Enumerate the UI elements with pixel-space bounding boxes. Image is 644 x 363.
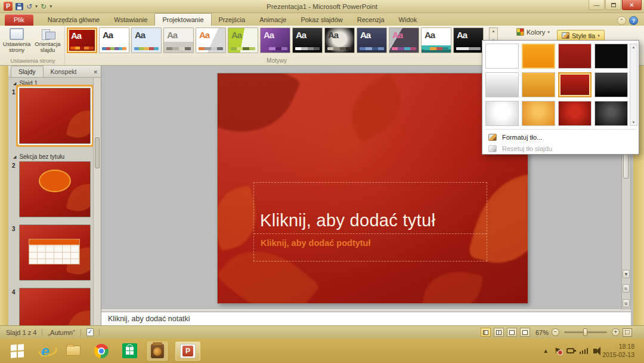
slides-panel-tabs: Slajdy Konspekt ✕: [8, 66, 101, 78]
theme-thumb[interactable]: Aa: [453, 27, 484, 53]
next-slide-icon[interactable]: «: [623, 299, 630, 307]
slides-panel-scrollbar[interactable]: [93, 78, 101, 325]
theme-thumb[interactable]: Aa: [99, 27, 129, 53]
tab-file[interactable]: Plik: [5, 14, 33, 26]
taskbar-chrome[interactable]: [91, 342, 112, 361]
titlebar: P ↺ ▾ ↻ ▾ Prezentacja1 - Microsoft Power…: [0, 0, 644, 13]
slide-thumbnail-2[interactable]: 2: [8, 161, 101, 217]
scroll-down-icon[interactable]: ▼: [623, 270, 630, 278]
theme-thumb-autumn-selected[interactable]: Aa: [67, 27, 97, 53]
format-background-menu-item[interactable]: Formatuj tło...: [484, 131, 637, 143]
powerpoint-app-icon[interactable]: P: [4, 2, 13, 11]
taskbar-recorder[interactable]: [147, 342, 168, 361]
tab-home[interactable]: Narzędzia główne: [41, 14, 107, 26]
bg-style-swatch-2-hover[interactable]: [522, 44, 555, 69]
fit-to-window-button[interactable]: [623, 328, 632, 337]
theme-thumb[interactable]: Aa: [228, 27, 258, 53]
zoom-slider[interactable]: [564, 331, 607, 333]
tab-slides[interactable]: Slajdy: [11, 66, 44, 77]
qat-customize-icon[interactable]: ▾: [49, 4, 52, 9]
bg-style-swatch-1[interactable]: [485, 44, 519, 69]
tab-insert[interactable]: Wstawianie: [107, 14, 154, 26]
slide-thumbnail-1[interactable]: 1: [8, 88, 101, 144]
bg-style-swatch-9[interactable]: [485, 101, 519, 126]
start-button[interactable]: [7, 342, 27, 361]
theme-thumb[interactable]: Aa: [324, 27, 355, 53]
tab-outline[interactable]: Konspekt: [44, 66, 84, 77]
bg-style-swatch-7-selected[interactable]: [558, 72, 592, 97]
theme-thumb[interactable]: Aa: [421, 27, 451, 53]
bg-style-swatch-11[interactable]: [558, 101, 592, 126]
page-setup-button[interactable]: Ustawienia strony: [1, 28, 32, 54]
redo-icon[interactable]: ↻: [41, 3, 47, 10]
tab-design[interactable]: Projektowanie: [154, 13, 211, 26]
action-center-flag-icon[interactable]: ⚑: [554, 346, 561, 355]
theme-thumb[interactable]: Aa: [131, 27, 162, 53]
reset-background-menu-item-disabled[interactable]: Resetuj tło slajdu: [484, 143, 637, 154]
close-panel-icon[interactable]: ✕: [93, 69, 98, 75]
slideshow-view-button[interactable]: [520, 328, 530, 337]
minimize-button[interactable]: —: [589, 0, 605, 10]
tab-transitions[interactable]: Przejścia: [212, 14, 253, 26]
subtitle-placeholder[interactable]: Kliknij, aby dodać podtytuł: [254, 235, 487, 261]
theme-colors-button[interactable]: Kolory ▾: [516, 28, 550, 36]
help-icon[interactable]: ?: [629, 16, 638, 25]
slide-3-image: [19, 224, 91, 281]
bg-style-swatch-3[interactable]: [558, 44, 592, 69]
slide-thumbnail-4[interactable]: 4: [8, 288, 101, 325]
volume-icon[interactable]: [593, 349, 597, 353]
normal-view-button[interactable]: [481, 328, 491, 337]
network-icon[interactable]: [580, 348, 589, 354]
maximize-button[interactable]: [605, 0, 621, 10]
taskbar-clock[interactable]: 18:18 2015-02-13: [602, 343, 639, 359]
menu-scrollbar[interactable]: ▲▼: [630, 44, 637, 126]
zoom-slider-thumb[interactable]: [583, 328, 587, 336]
tab-animations[interactable]: Animacje: [252, 14, 293, 26]
theme-thumb[interactable]: Aa: [163, 27, 194, 53]
theme-thumb[interactable]: Aa: [196, 27, 226, 53]
group-page-setup: Ustawienia strony Orientacja slajdu Usta…: [1, 26, 65, 65]
zoom-out-icon[interactable]: −: [552, 328, 559, 336]
tab-slideshow[interactable]: Pokaz slajdów: [293, 14, 349, 26]
undo-icon[interactable]: ↺: [26, 3, 32, 10]
section-collapse-icon: ◢: [13, 81, 16, 86]
ribbon-mini-controls: ⌃ ?: [617, 16, 638, 25]
slide-thumbnail-3[interactable]: 3: [8, 224, 101, 281]
bg-style-swatch-10[interactable]: [522, 101, 555, 126]
tab-review[interactable]: Recenzja: [350, 14, 392, 26]
notes-pane[interactable]: Kliknij, aby dodać notatki: [101, 312, 631, 325]
collapse-ribbon-icon[interactable]: ⌃: [617, 16, 626, 25]
bg-style-swatch-5[interactable]: [485, 72, 519, 97]
section-header[interactable]: ◢ Slajd 1: [8, 78, 101, 88]
bg-style-swatch-4[interactable]: [595, 44, 628, 69]
section-header[interactable]: ◢ Sekcja bez tytułu: [8, 151, 101, 161]
tab-view[interactable]: Widok: [392, 14, 425, 26]
bg-style-swatch-6[interactable]: [522, 72, 555, 97]
zoom-in-icon[interactable]: +: [612, 328, 620, 336]
previous-slide-icon[interactable]: «: [623, 284, 630, 293]
taskbar-file-explorer[interactable]: [63, 342, 83, 361]
theme-thumb[interactable]: Aa: [357, 27, 387, 53]
taskbar-store[interactable]: [119, 342, 140, 361]
page-setup-icon: [10, 28, 24, 40]
save-icon[interactable]: [16, 3, 23, 10]
theme-thumb[interactable]: Aa: [260, 27, 290, 53]
bg-style-swatch-12[interactable]: [595, 101, 628, 126]
slide-canvas[interactable]: Kliknij, aby dodać tytuł Kliknij, aby do…: [218, 73, 528, 303]
taskbar-powerpoint-active[interactable]: P: [175, 342, 200, 361]
slide-orientation-button[interactable]: Orientacja slajdu: [32, 28, 63, 54]
theme-thumb[interactable]: Aa: [389, 27, 419, 53]
reading-view-button[interactable]: [507, 328, 517, 337]
background-styles-icon: [562, 32, 569, 39]
close-button[interactable]: ✕: [622, 0, 642, 10]
theme-thumb[interactable]: Aa: [292, 27, 323, 53]
undo-dropdown-icon[interactable]: ▾: [35, 4, 38, 9]
spellcheck-icon[interactable]: [86, 328, 94, 336]
bg-style-swatch-8[interactable]: [595, 72, 628, 97]
power-icon[interactable]: [566, 348, 574, 353]
slide-sorter-view-button[interactable]: [494, 328, 504, 337]
title-placeholder[interactable]: Kliknij, aby dodać tytuł: [254, 183, 487, 234]
zoom-level[interactable]: 67%: [535, 329, 549, 336]
taskbar-internet-explorer[interactable]: e: [35, 342, 55, 361]
tray-expand-icon[interactable]: ▲: [543, 347, 549, 354]
